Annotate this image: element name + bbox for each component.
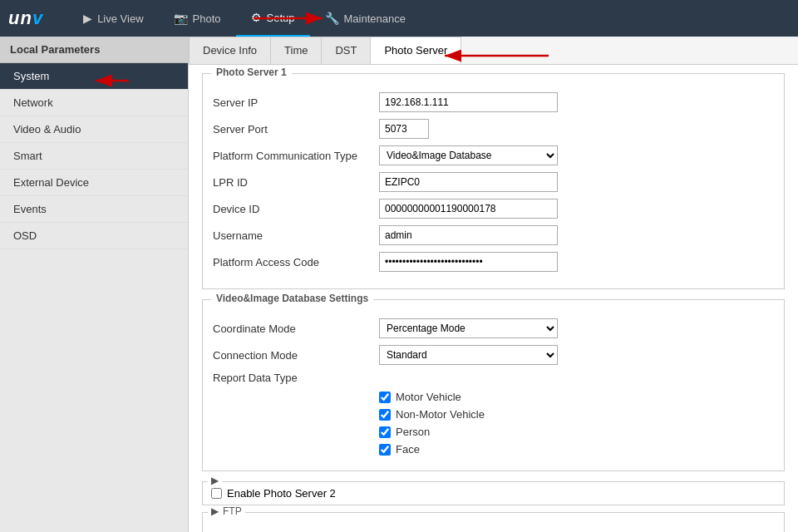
content-body: Photo Server 1 Server IP Server Port Pla… — [189, 65, 798, 532]
platform-comm-row: Platform Communication Type Video&Image … — [213, 145, 774, 165]
connection-mode-select[interactable]: Standard Auto — [379, 345, 558, 365]
content-area: Device Info Time DST Photo Server Photo … — [189, 37, 798, 532]
enable-section-expand: ▶ — [208, 475, 222, 486]
photo-server-1-section: Photo Server 1 Server IP Server Port Pla… — [202, 73, 785, 289]
motor-vehicle-label: Motor Vehicle — [396, 391, 461, 403]
ftp-title: FTP — [219, 505, 245, 517]
username-row: Username — [213, 225, 774, 245]
logo-text: un — [8, 7, 32, 28]
enable-photo-server-2-label: Enable Photo Server 2 — [227, 487, 336, 500]
sidebar-item-system[interactable]: System — [0, 63, 188, 90]
coordinate-mode-label: Coordinate Mode — [213, 323, 379, 335]
username-input[interactable] — [379, 225, 558, 245]
server-port-label: Server Port — [213, 123, 379, 135]
access-code-label: Platform Access Code — [213, 256, 379, 268]
video-image-db-title: Video&Image Database Settings — [211, 293, 373, 304]
lpr-id-row: LPR ID — [213, 172, 774, 192]
tab-device-info[interactable]: Device Info — [189, 37, 271, 64]
sidebar-item-smart[interactable]: Smart — [0, 143, 188, 170]
coordinate-mode-select[interactable]: Percentage Mode Pixel Mode — [379, 318, 558, 338]
ftp-section: ▶ FTP — [202, 512, 785, 532]
live-view-icon: ▶ — [83, 12, 92, 25]
main-layout: Local Parameters System Network Video & … — [0, 37, 798, 532]
sidebar-video-audio-label: Video & Audio — [13, 123, 81, 135]
photo-server-1-title: Photo Server 1 — [211, 66, 292, 78]
photo-server-1-content: Server IP Server Port Platform Communica… — [203, 79, 784, 288]
coordinate-mode-row: Coordinate Mode Percentage Mode Pixel Mo… — [213, 318, 774, 338]
non-motor-vehicle-label: Non-Motor Vehicle — [396, 408, 485, 421]
motor-vehicle-row: Motor Vehicle — [379, 391, 774, 403]
tab-photo-server[interactable]: Photo Server — [371, 37, 461, 64]
lpr-id-label: LPR ID — [213, 176, 379, 189]
sidebar-item-network[interactable]: Network — [0, 90, 188, 116]
logo-v: v — [32, 7, 43, 28]
sidebar-external-device-label: External Device — [13, 176, 89, 189]
nav-live-view[interactable]: ▶ Live View — [68, 0, 158, 37]
access-code-row: Platform Access Code — [213, 252, 774, 272]
face-checkbox[interactable] — [379, 444, 391, 456]
sidebar-item-external-device[interactable]: External Device — [0, 170, 188, 196]
connection-mode-label: Connection Mode — [213, 349, 379, 362]
sidebar-smart-label: Smart — [13, 150, 42, 162]
sidebar-network-label: Network — [13, 96, 53, 109]
server-ip-row: Server IP — [213, 92, 774, 112]
video-image-db-section: Video&Image Database Settings Coordinate… — [202, 299, 785, 471]
nav-maintenance[interactable]: 🔧 Maintenance — [310, 0, 421, 37]
enable-photo-server-2-section: ▶ Enable Photo Server 2 — [202, 481, 785, 505]
platform-comm-select[interactable]: Video&Image Database FTP ONVIF — [379, 145, 558, 165]
report-data-type-label: Report Data Type — [213, 372, 379, 384]
top-navigation: unv ▶ Live View 📷 Photo ⚙ Setup 🔧 Mainte… — [0, 0, 798, 37]
sidebar-item-osd[interactable]: OSD — [0, 223, 188, 249]
person-row: Person — [379, 426, 774, 438]
access-code-input[interactable] — [379, 252, 558, 272]
server-port-input[interactable] — [379, 119, 429, 139]
device-id-row: Device ID — [213, 199, 774, 219]
sidebar-system-label: System — [13, 70, 49, 82]
person-checkbox[interactable] — [379, 426, 391, 438]
nav-live-view-label: Live View — [97, 12, 143, 25]
platform-comm-label: Platform Communication Type — [213, 150, 379, 162]
enable-photo-server-2-checkbox[interactable] — [211, 488, 222, 499]
server-ip-input[interactable] — [379, 92, 558, 112]
nav-photo-label: Photo — [193, 12, 221, 25]
nav-setup[interactable]: ⚙ Setup — [236, 0, 310, 37]
sidebar-events-label: Events — [13, 203, 47, 215]
server-ip-label: Server IP — [213, 96, 379, 109]
sidebar-header: Local Parameters — [0, 37, 188, 63]
tab-time[interactable]: Time — [271, 37, 322, 64]
non-motor-vehicle-row: Non-Motor Vehicle — [379, 408, 774, 421]
non-motor-vehicle-checkbox[interactable] — [379, 409, 391, 421]
photo-icon: 📷 — [174, 12, 188, 25]
face-row: Face — [379, 443, 774, 456]
person-label: Person — [396, 426, 430, 438]
checkboxes-container: Motor Vehicle Non-Motor Vehicle Person — [379, 391, 774, 456]
connection-mode-row: Connection Mode Standard Auto — [213, 345, 774, 365]
server-port-row: Server Port — [213, 119, 774, 139]
maintenance-icon: 🔧 — [325, 12, 339, 25]
video-image-db-content: Coordinate Mode Percentage Mode Pixel Mo… — [203, 305, 784, 470]
report-data-type-row: Report Data Type — [213, 372, 774, 384]
sidebar-osd-label: OSD — [13, 229, 37, 242]
tab-bar: Device Info Time DST Photo Server — [189, 37, 798, 65]
nav-setup-label: Setup — [267, 12, 295, 24]
nav-photo[interactable]: 📷 Photo — [159, 0, 236, 37]
sidebar-item-video-audio[interactable]: Video & Audio — [0, 116, 188, 143]
face-label: Face — [396, 443, 420, 456]
sidebar-item-events[interactable]: Events — [0, 196, 188, 223]
device-id-label: Device ID — [213, 203, 379, 215]
motor-vehicle-checkbox[interactable] — [379, 392, 391, 403]
sidebar: Local Parameters System Network Video & … — [0, 37, 189, 532]
tab-dst[interactable]: DST — [322, 37, 371, 64]
nav-maintenance-label: Maintenance — [344, 12, 406, 25]
setup-icon: ⚙ — [251, 11, 262, 24]
brand-logo: unv — [8, 7, 43, 29]
device-id-input[interactable] — [379, 199, 558, 219]
lpr-id-input[interactable] — [379, 172, 558, 192]
username-label: Username — [213, 229, 379, 242]
